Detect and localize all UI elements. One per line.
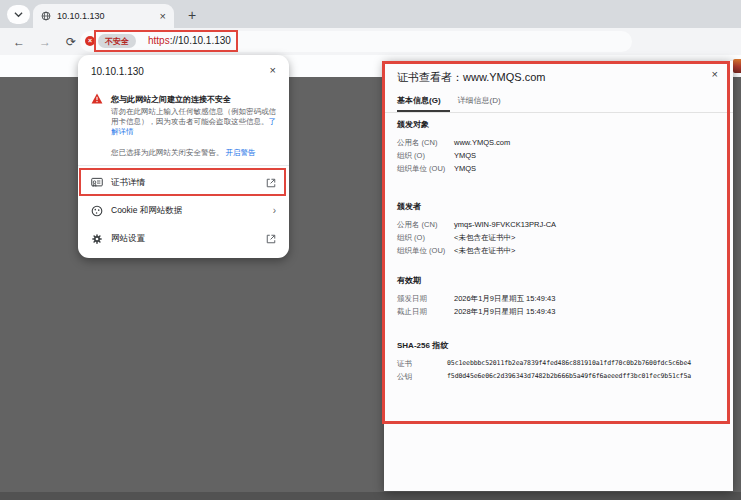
popup-title: 10.10.1.130 bbox=[91, 66, 144, 77]
cert-field-label: 组织 (O) bbox=[397, 231, 454, 244]
section-heading: SHA-256 指纹 bbox=[397, 340, 720, 351]
cert-field-label: 组织单位 (OU) bbox=[397, 162, 454, 175]
warnings-off-text: 您已选择为此网站关闭安全警告。 bbox=[111, 148, 224, 157]
certificate-viewer-dialog: 证书查看者：www.YMQS.com × 基本信息(G) 详细信息(D) 颁发对… bbox=[384, 61, 733, 491]
section-issued-to: 颁发对象 公用名 (CN)www.YMQS.com 组织 (O)YMQS 组织单… bbox=[397, 119, 720, 175]
section-heading: 颁发者 bbox=[397, 201, 720, 212]
menu-item-label: Cookie 和网站数据 bbox=[111, 205, 273, 217]
tab-general-info[interactable]: 基本信息(G) bbox=[397, 91, 450, 112]
gear-icon bbox=[91, 233, 103, 245]
cert-field-value: 2026年1月9日星期五 15:49:43 bbox=[454, 292, 555, 305]
bookmark-favicon-clipped[interactable] bbox=[733, 59, 741, 73]
dialog-close-icon[interactable]: × bbox=[712, 68, 718, 80]
warnings-disabled-note: 您已选择为此网站关闭安全警告。 开启警告 bbox=[111, 148, 283, 158]
tab-title: 10.10.1.130 bbox=[57, 11, 160, 21]
section-sha256-fingerprints: SHA-256 指纹 证书05c1eebbbc52011fb2ea7839f4f… bbox=[397, 340, 720, 383]
warning-body-text: 请勿在此网站上输入任何敏感信息（例如密码或信用卡信息），因为攻击者可能会盗取这些… bbox=[111, 107, 276, 126]
window-bottom-edge bbox=[0, 492, 741, 500]
menu-item-certificate-details[interactable]: 证书详情 bbox=[78, 169, 289, 196]
section-heading: 颁发对象 bbox=[397, 119, 720, 130]
cert-field-value: YMQS bbox=[454, 149, 476, 162]
tabs-divider bbox=[384, 112, 733, 113]
globe-icon bbox=[41, 11, 51, 21]
cert-field-label: 公钥 bbox=[397, 370, 447, 383]
cert-field-value: 2028年1月9日星期日 15:49:43 bbox=[454, 305, 555, 318]
section-heading: 有效期 bbox=[397, 275, 720, 286]
url-host: ://10.10.1.130 bbox=[170, 35, 231, 46]
browser-window: 10.10.1.130 × + ← → ⟳ × 不安全 https://10.1… bbox=[0, 0, 741, 500]
tab-details[interactable]: 详细信息(D) bbox=[458, 91, 510, 112]
certificate-dialog-title: 证书查看者：www.YMQS.com bbox=[397, 70, 546, 85]
url-text[interactable]: https://10.10.1.130 bbox=[148, 35, 231, 46]
certificate-dialog-tabs: 基本信息(G) 详细信息(D) bbox=[397, 91, 518, 112]
menu-item-site-settings[interactable]: 网站设置 bbox=[78, 225, 289, 252]
cert-field-label: 组织单位 (OU) bbox=[397, 244, 454, 257]
menu-item-label: 证书详情 bbox=[111, 177, 266, 189]
reload-icon[interactable]: ⟳ bbox=[60, 28, 82, 55]
chevron-down-icon bbox=[14, 10, 23, 19]
cert-field-value: YMQS bbox=[454, 162, 476, 175]
popup-divider bbox=[78, 165, 289, 166]
tab-strip: 10.10.1.130 × + bbox=[0, 0, 741, 28]
back-icon[interactable]: ← bbox=[8, 28, 30, 55]
chevron-right-icon: › bbox=[273, 205, 276, 216]
cookie-icon bbox=[91, 205, 103, 217]
forward-icon[interactable]: → bbox=[34, 28, 56, 55]
cert-fingerprint-value: f5d0d45e6e06c2d396343d7482b2b666b5a49f6f… bbox=[447, 370, 691, 383]
insecure-connection-heading: 您与此网站之间建立的连接不安全 bbox=[111, 94, 281, 105]
external-link-icon bbox=[266, 234, 276, 244]
cert-field-value: <未包含在证书中> bbox=[454, 244, 515, 257]
cert-field-label: 证书 bbox=[397, 357, 447, 370]
menu-item-label: 网站设置 bbox=[111, 233, 266, 245]
site-info-popup: 10.10.1.130 × 您与此网站之间建立的连接不安全 请勿在此网站上输入任… bbox=[78, 55, 289, 258]
cert-field-label: 截止日期 bbox=[397, 305, 454, 318]
section-validity: 有效期 颁发日期2026年1月9日星期五 15:49:43 截止日期2028年1… bbox=[397, 275, 720, 318]
url-scheme: https bbox=[148, 35, 170, 46]
tab-search-button[interactable] bbox=[7, 5, 30, 24]
insecure-connection-body: 请勿在此网站上输入任何敏感信息（例如密码或信用卡信息），因为攻击者可能会盗取这些… bbox=[111, 107, 281, 137]
cert-field-value: <未包含在证书中> bbox=[454, 231, 515, 244]
enable-warnings-link[interactable]: 开启警告 bbox=[226, 148, 256, 157]
cert-field-value: www.YMQS.com bbox=[454, 136, 510, 149]
tab-close-icon[interactable]: × bbox=[160, 11, 166, 22]
cert-field-label: 组织 (O) bbox=[397, 149, 454, 162]
security-chip[interactable]: 不安全 bbox=[98, 34, 136, 48]
new-tab-button[interactable]: + bbox=[182, 5, 202, 25]
security-chip-label: 不安全 bbox=[105, 36, 129, 47]
section-issued-by: 颁发者 公用名 (CN)ymqs-WIN-9FVKCK13PRJ-CA 组织 (… bbox=[397, 201, 720, 257]
browser-tab[interactable]: 10.10.1.130 × bbox=[33, 4, 174, 28]
external-link-icon bbox=[266, 178, 276, 188]
cert-field-label: 公用名 (CN) bbox=[397, 218, 454, 231]
menu-item-cookies-site-data[interactable]: Cookie 和网站数据 › bbox=[78, 197, 289, 224]
cert-fingerprint-value: 05c1eebbbc52011fb2ea7839f4fed486c881910a… bbox=[447, 357, 691, 370]
cert-field-label: 公用名 (CN) bbox=[397, 136, 454, 149]
popup-close-icon[interactable]: × bbox=[270, 64, 276, 76]
certificate-icon bbox=[91, 177, 103, 189]
cert-field-value: ymqs-WIN-9FVKCK13PRJ-CA bbox=[454, 218, 556, 231]
cert-field-label: 颁发日期 bbox=[397, 292, 454, 305]
insecure-circle-x-icon: × bbox=[85, 36, 95, 46]
warning-triangle-icon bbox=[91, 93, 103, 104]
